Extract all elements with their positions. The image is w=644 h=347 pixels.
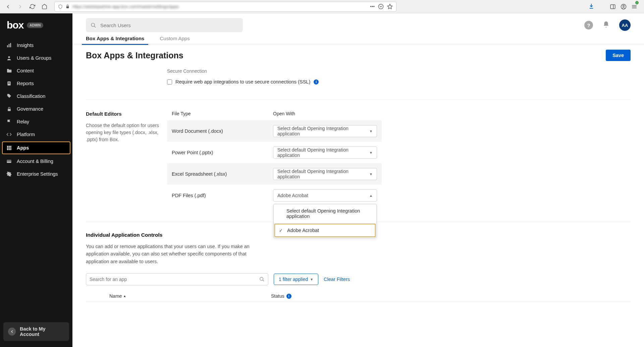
col-name[interactable]: Name▲: [109, 293, 271, 299]
app-search-input[interactable]: [90, 277, 259, 282]
sidebar-item-users[interactable]: Users & Groups: [0, 52, 72, 64]
url-text: https://adobepartner.app.box.com/master/…: [72, 4, 179, 9]
sidebar-item-label: Content: [17, 68, 34, 73]
sidebar-item-governance[interactable]: Governance: [0, 103, 72, 115]
svg-rect-1: [610, 5, 615, 9]
ssl-checkbox[interactable]: [167, 79, 172, 84]
sidebar-item-label: Apps: [17, 145, 29, 151]
sidebar-item-relay[interactable]: Relay: [0, 115, 72, 128]
select-pdf[interactable]: Adobe Acrobat▲ Select default Opening In…: [273, 189, 377, 201]
sidebar-item-content[interactable]: Content: [0, 64, 72, 77]
svg-rect-5: [9, 44, 10, 47]
browser-home[interactable]: [40, 2, 49, 11]
browser-reload[interactable]: [28, 2, 37, 11]
sidebar-item-label: Classification: [17, 94, 45, 99]
star-icon[interactable]: [387, 4, 393, 9]
folder-icon: [6, 68, 12, 74]
svg-rect-0: [66, 6, 69, 8]
default-editors-section: Default Editors Choose the default optio…: [86, 100, 631, 222]
url-bar[interactable]: https://adobepartner.app.box.com/master/…: [54, 2, 396, 12]
check-icon: ✓: [279, 228, 283, 233]
chevron-down-icon: ▼: [310, 278, 313, 281]
svg-point-25: [260, 277, 263, 280]
back-label: Back to My Account: [20, 326, 64, 337]
editor-row-excel: Excel Spreadsheet (.xlsx) Select default…: [167, 163, 382, 185]
sidebar-item-reports[interactable]: Reports: [0, 77, 72, 90]
sidebar: box ADMIN Insights Users & Groups Conten…: [0, 13, 72, 347]
page-title: Box Apps & Integrations: [86, 51, 183, 60]
sidebar-item-billing[interactable]: Account & Billing: [0, 155, 72, 168]
chevron-left-icon: [8, 328, 16, 336]
sidebar-icon[interactable]: [610, 4, 616, 10]
shield-icon: [58, 4, 63, 9]
account-icon[interactable]: [621, 4, 627, 10]
lock-icon: [6, 106, 12, 112]
select-word[interactable]: Select default Opening Integration appli…: [273, 125, 377, 137]
chevron-down-icon: ▼: [369, 172, 373, 176]
search-users[interactable]: [86, 18, 243, 32]
filter-applied-button[interactable]: 1 filter applied▼: [274, 274, 318, 285]
col-status[interactable]: Statusi: [271, 293, 291, 299]
svg-rect-17: [10, 148, 11, 149]
col-file-type: File Type: [172, 111, 273, 116]
pdf-dropdown: Select default Opening Integration appli…: [273, 204, 377, 238]
clear-filters[interactable]: Clear Filters: [324, 277, 350, 282]
svg-rect-14: [10, 146, 11, 147]
dropdown-option-default[interactable]: Select default Opening Integration appli…: [274, 204, 376, 223]
sidebar-item-insights[interactable]: Insights: [0, 39, 72, 52]
tab-box-apps[interactable]: Box Apps & Integrations: [86, 36, 144, 45]
sidebar-item-classification[interactable]: Classification: [0, 90, 72, 103]
svg-rect-13: [9, 146, 10, 147]
back-to-account[interactable]: Back to My Account: [3, 322, 69, 341]
gear-icon: [6, 171, 12, 177]
dropdown-option-acrobat[interactable]: ✓Adobe Acrobat: [274, 224, 376, 237]
card-icon: [6, 158, 12, 164]
svg-rect-19: [9, 149, 10, 150]
user-icon: [6, 55, 12, 61]
svg-rect-9: [8, 82, 10, 83]
tab-custom-apps[interactable]: Custom Apps: [160, 36, 190, 45]
sidebar-item-label: Enterprise Settings: [17, 171, 58, 177]
svg-rect-10: [8, 83, 10, 83]
secure-heading: Secure Connection: [167, 68, 631, 74]
browser-back[interactable]: [3, 2, 13, 11]
ssl-checkbox-row[interactable]: Require web app integrations to use secu…: [167, 79, 631, 84]
help-icon[interactable]: ?: [584, 21, 593, 30]
svg-rect-6: [10, 43, 11, 47]
file-type-label: Excel Spreadsheet (.xlsx): [172, 171, 273, 177]
sidebar-item-apps[interactable]: Apps: [2, 141, 70, 154]
bell-icon[interactable]: [602, 21, 610, 30]
info-icon[interactable]: i: [314, 79, 319, 84]
browser-forward[interactable]: [15, 2, 25, 11]
document-icon: [6, 80, 12, 86]
file-type-label: Word Document (.docx): [172, 128, 273, 134]
more-icon[interactable]: •••: [370, 4, 375, 9]
iac-desc: You can add or remove applications that …: [86, 243, 267, 265]
library-icon[interactable]: [599, 4, 605, 10]
search-input[interactable]: [100, 22, 238, 28]
sidebar-item-enterprise[interactable]: Enterprise Settings: [0, 168, 72, 180]
sidebar-item-label: Reports: [17, 81, 34, 86]
pocket-icon[interactable]: [378, 4, 384, 9]
tabs: Box Apps & Integrations Custom Apps: [72, 32, 644, 45]
svg-rect-18: [7, 149, 8, 150]
avatar[interactable]: AA: [619, 19, 631, 31]
editor-row-ppt: Power Point (.pptx) Select default Openi…: [167, 142, 382, 163]
save-button[interactable]: Save: [606, 50, 631, 61]
svg-rect-16: [9, 148, 10, 149]
select-ppt[interactable]: Select default Opening Integration appli…: [273, 147, 377, 159]
svg-rect-22: [7, 161, 11, 161]
chevron-up-icon: ▲: [369, 194, 373, 197]
code-icon: [6, 131, 12, 137]
notification-dot: [635, 1, 639, 4]
select-excel[interactable]: Select default Opening Integration appli…: [273, 168, 377, 180]
menu-icon[interactable]: [631, 4, 637, 10]
sidebar-item-platform[interactable]: Platform: [0, 128, 72, 141]
download-icon[interactable]: [588, 3, 594, 10]
tag-icon: [6, 93, 12, 99]
app-search[interactable]: [86, 273, 268, 285]
chart-icon: [6, 42, 12, 48]
info-icon[interactable]: i: [286, 294, 291, 299]
admin-badge: ADMIN: [27, 22, 43, 28]
logo: box: [7, 19, 23, 31]
